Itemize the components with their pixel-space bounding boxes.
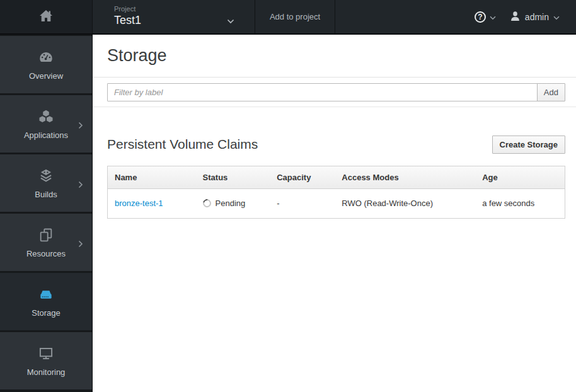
pvc-name-link[interactable]: bronze-test-1 — [115, 199, 163, 208]
username: admin — [525, 12, 549, 22]
column-header-status: Status — [196, 166, 270, 189]
sidebar-item-resources[interactable]: Resources — [0, 214, 92, 271]
sidebar-item-label: Monitoring — [27, 367, 66, 377]
sidebar-item-storage[interactable]: Storage — [0, 273, 92, 330]
cubes-icon — [38, 108, 54, 125]
filter-bar: Add — [93, 78, 576, 107]
chevron-right-icon — [78, 120, 83, 132]
sidebar-item-builds[interactable]: Builds — [0, 154, 92, 212]
user-menu[interactable]: admin — [510, 0, 576, 33]
chevron-right-icon — [78, 239, 83, 250]
sidebar-item-label: Resources — [26, 249, 66, 258]
create-storage-button[interactable]: Create Storage — [492, 135, 565, 154]
pvc-table: Name Status Capacity Access Modes Age br… — [107, 166, 565, 219]
table-row: bronze-test-1 Pending - RWO (Read-Write-… — [108, 189, 565, 219]
sidebar: Overview Applications — [0, 35, 93, 392]
user-icon — [510, 11, 521, 23]
cell-name: bronze-test-1 — [108, 189, 196, 219]
page-title: Storage — [107, 46, 167, 66]
cell-access-modes: RWO (Read-Write-Once) — [335, 189, 475, 219]
cell-age: a few seconds — [475, 189, 565, 219]
status-text: Pending — [216, 199, 246, 208]
sidebar-item-label: Storage — [32, 308, 60, 318]
sidebar-item-label: Applications — [24, 130, 68, 140]
page-header: Storage — [93, 35, 576, 78]
help-menu[interactable]: ? — [475, 0, 496, 33]
sidebar-item-applications[interactable]: Applications — [0, 95, 92, 153]
chevron-right-icon — [78, 180, 83, 191]
add-to-project-button[interactable]: Add to project — [255, 0, 335, 33]
filter-input-group: Add — [107, 83, 565, 101]
monitor-icon — [38, 345, 54, 362]
cell-status: Pending — [196, 189, 270, 219]
cell-capacity: - — [270, 189, 335, 219]
sidebar-item-label: Builds — [35, 190, 57, 199]
pvc-heading: Persistent Volume Claims — [107, 137, 258, 152]
add-filter-button[interactable]: Add — [537, 83, 565, 101]
copy-icon — [38, 227, 54, 243]
topbar: Project Test1 Add to project ? admin — [0, 0, 576, 35]
chevron-down-icon — [490, 11, 496, 23]
help-icon: ? — [475, 11, 486, 23]
column-header-age: Age — [475, 166, 565, 189]
column-header-capacity: Capacity — [270, 166, 335, 189]
storage-drive-icon — [38, 286, 54, 303]
pvc-section-header: Persistent Volume Claims Create Storage — [107, 135, 565, 154]
table-header-row: Name Status Capacity Access Modes Age — [108, 166, 565, 189]
spinner-icon — [201, 197, 212, 209]
project-selector-label: Project — [114, 4, 255, 13]
column-header-name: Name — [108, 166, 196, 189]
main-content: Storage Add Persistent Volume Claims Cre… — [93, 35, 576, 392]
home-icon — [38, 9, 54, 25]
sidebar-item-monitoring[interactable]: Monitoring — [0, 332, 92, 389]
project-selector[interactable]: Project Test1 — [93, 0, 255, 33]
dashboard-icon — [38, 49, 54, 66]
chevron-down-icon — [553, 12, 560, 22]
topbar-spacer — [335, 0, 475, 33]
sidebar-item-overview[interactable]: Overview — [0, 36, 92, 93]
pvc-section: Persistent Volume Claims Create Storage … — [93, 135, 576, 219]
filter-by-label-input[interactable] — [107, 83, 538, 101]
chevron-down-icon — [227, 15, 234, 26]
column-header-access-modes: Access Modes — [335, 166, 475, 189]
home-button[interactable] — [0, 0, 93, 33]
builds-icon — [38, 168, 54, 184]
sidebar-item-label: Overview — [29, 71, 63, 81]
